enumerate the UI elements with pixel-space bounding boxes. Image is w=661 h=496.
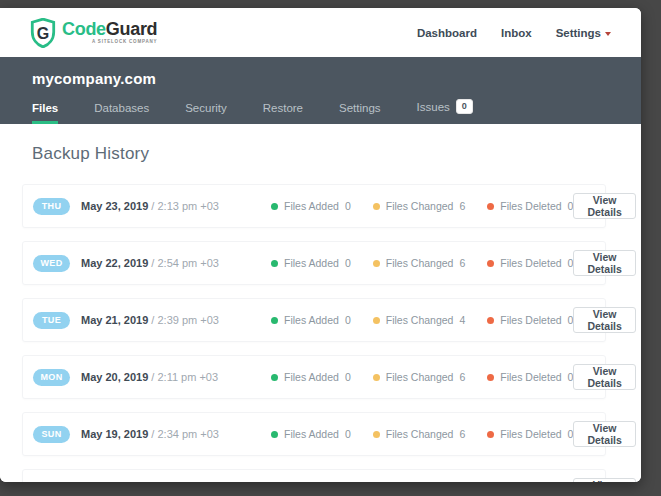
backup-time-text: / 2:13 pm +03 [151,200,219,212]
files-changed-stat: Files Changed 6 [373,428,466,440]
page-title: Backup History [32,144,606,164]
day-badge: SUN [33,426,70,443]
backup-date: May 20, 2019 / 2:11 pm +03 [81,371,249,383]
logo-word-code: Code [62,19,106,39]
backup-row: WED May 22, 2019 / 2:54 pm +03 Files Add… [22,241,606,285]
shield-logo-icon: G [30,18,56,48]
nav-inbox-label: Inbox [501,27,532,39]
backup-date: May 19, 2019 / 2:34 pm +03 [81,428,249,440]
nav-dashboard-label: Dashboard [417,27,477,39]
green-dot-icon [271,431,278,438]
view-details-button[interactable]: View Details [573,193,635,219]
files-added-stat: Files Added 0 [271,428,351,440]
backup-date-text: May 22, 2019 [81,257,148,269]
files-changed-count: 6 [459,371,465,383]
files-deleted-label: Files Deleted [500,200,561,212]
top-header: G CodeGuard A SITELOCK COMPANY Dashboard… [0,8,641,57]
red-dot-icon [487,317,494,324]
files-added-count: 0 [345,428,351,440]
codeguard-logo[interactable]: G CodeGuard A SITELOCK COMPANY [30,18,157,48]
view-details-button[interactable]: View Details [573,307,635,333]
files-added-label: Files Added [284,371,339,383]
files-changed-stat: Files Changed 4 [373,314,466,326]
tab-restore[interactable]: Restore [263,102,303,124]
view-details-button[interactable]: View Details [573,364,635,390]
files-changed-label: Files Changed [386,257,454,269]
files-added-stat: Files Added 0 [271,200,351,212]
tab-restore-label: Restore [263,102,303,114]
files-changed-label: Files Changed [386,428,454,440]
files-changed-stat: Files Changed 6 [373,200,466,212]
logo-text: CodeGuard A SITELOCK COMPANY [62,20,157,45]
files-added-stat: Files Added 0 [271,257,351,269]
files-deleted-label: Files Deleted [500,428,561,440]
files-changed-stat: Files Changed 6 [373,371,466,383]
day-badge: THU [33,198,70,215]
backup-time-text: / 2:34 pm +03 [151,428,219,440]
tab-security[interactable]: Security [185,102,227,124]
backup-date-text: May 19, 2019 [81,428,148,440]
backup-time-text: / 2:54 pm +03 [151,257,219,269]
tab-settings[interactable]: Settings [339,102,381,124]
day-badge: TUE [33,312,70,329]
view-details-button[interactable]: View Details [573,250,635,276]
green-dot-icon [271,374,278,381]
backup-rows-list: THU May 23, 2019 / 2:13 pm +03 Files Add… [22,184,606,482]
green-dot-icon [271,203,278,210]
tab-databases-label: Databases [94,102,149,114]
day-badge: WED [33,255,70,272]
files-added-stat: Files Added 0 [271,314,351,326]
yellow-dot-icon [373,203,380,210]
green-dot-icon [271,317,278,324]
backup-date-text: May 21, 2019 [81,314,148,326]
files-added-stat: Files Added 0 [271,371,351,383]
file-stats: Files Added 0 Files Changed 6 Files Dele… [271,428,573,440]
yellow-dot-icon [373,317,380,324]
files-added-count: 0 [345,371,351,383]
files-added-count: 0 [345,200,351,212]
backup-date: May 23, 2019 / 2:13 pm +03 [81,200,249,212]
files-added-count: 0 [345,314,351,326]
backup-row: TUE May 21, 2019 / 2:39 pm +03 Files Add… [22,298,606,342]
chevron-down-icon [605,32,611,36]
logo-word-guard: Guard [106,19,158,39]
files-changed-count: 6 [459,200,465,212]
row-actions: View Details Restore Options [573,193,641,219]
files-deleted-stat: Files Deleted 0 [487,428,573,440]
file-stats: Files Added 0 Files Changed 4 Files Dele… [271,314,573,326]
tab-issues[interactable]: Issues0 [417,99,473,124]
files-deleted-label: Files Deleted [500,314,561,326]
nav-inbox[interactable]: Inbox [501,27,532,39]
file-stats: Files Added 0 Files Changed 6 Files Dele… [271,257,573,269]
files-added-label: Files Added [284,428,339,440]
view-details-button[interactable]: View Details [573,478,635,482]
files-deleted-stat: Files Deleted 0 [487,200,573,212]
files-added-label: Files Added [284,314,339,326]
nav-settings[interactable]: Settings [556,27,611,39]
backup-row: MON May 20, 2019 / 2:11 pm +03 Files Add… [22,355,606,399]
view-details-button[interactable]: View Details [573,421,635,447]
row-actions: View Details Restore Options [573,478,641,482]
tab-issues-label: Issues [417,101,450,113]
nav-dashboard[interactable]: Dashboard [417,27,477,39]
tab-databases[interactable]: Databases [94,102,149,124]
files-deleted-label: Files Deleted [500,371,561,383]
backup-row: THU May 23, 2019 / 2:13 pm +03 Files Add… [22,184,606,228]
row-actions: View Details Restore Options [573,421,641,447]
backup-time-text: / 2:11 pm +03 [151,371,218,383]
backup-date: May 22, 2019 / 2:54 pm +03 [81,257,249,269]
yellow-dot-icon [373,431,380,438]
day-badge: MON [33,369,70,386]
files-added-label: Files Added [284,257,339,269]
yellow-dot-icon [373,374,380,381]
tab-files[interactable]: Files [32,102,58,124]
files-added-label: Files Added [284,200,339,212]
site-domain: mycompany.com [32,70,641,87]
backup-row: SUN May 19, 2019 / 2:34 pm +03 Files Add… [22,412,606,456]
files-deleted-label: Files Deleted [500,257,561,269]
issues-count-badge: 0 [456,99,473,114]
files-changed-label: Files Changed [386,371,454,383]
site-bar: mycompany.com Files Databases Security R… [0,57,641,124]
backup-date-text: May 23, 2019 [81,200,148,212]
files-changed-count: 6 [459,428,465,440]
